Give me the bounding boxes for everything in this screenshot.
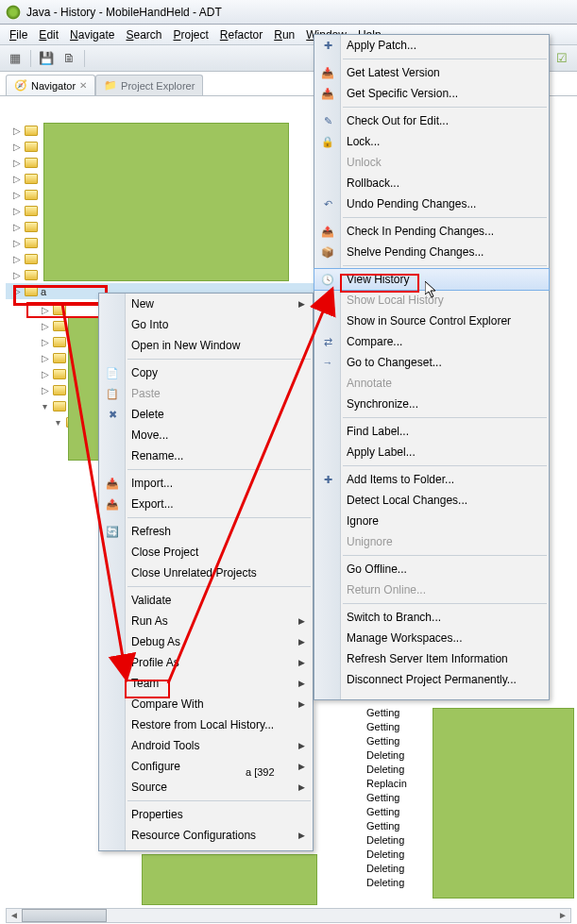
menu-item-ignore[interactable]: Ignore (314, 511, 549, 531)
menu-item-go-offline[interactable]: Go Offline... (314, 559, 549, 580)
menu-search[interactable]: Search (120, 26, 167, 43)
context-menu-project: New▶Go IntoOpen in New WindowCopy📄Paste📋… (98, 293, 314, 851)
menu-item-unignore: Unignore (314, 531, 549, 552)
console-line: Deleting (366, 833, 574, 848)
menu-item-apply-patch[interactable]: Apply Patch...✚ (314, 35, 549, 56)
console-output: GettingGettingGettingDeletingDeletingRep… (366, 706, 574, 890)
menu-item-show-in-source-control-explorer[interactable]: Show in Source Control Explorer (314, 311, 549, 331)
menu-item-synchronize[interactable]: Synchronize... (314, 394, 549, 414)
menu-item-move[interactable]: Move... (99, 425, 313, 445)
menu-item-source[interactable]: Source▶ (99, 777, 313, 798)
menu-item-android-tools[interactable]: Android Tools▶ (99, 735, 313, 756)
menu-item-new[interactable]: New▶ (99, 294, 313, 314)
menu-run[interactable]: Run (268, 26, 300, 43)
menu-item-icon: 📄 (105, 365, 120, 380)
menu-item-copy[interactable]: Copy📄 (99, 362, 313, 383)
menu-item-unlock: Unlock (314, 152, 549, 173)
menu-item-profile-as[interactable]: Profile As▶ (99, 652, 313, 673)
close-icon[interactable]: ✕ (79, 80, 87, 91)
menu-item-run-as[interactable]: Run As▶ (99, 611, 313, 631)
annotation-box-tree2 (26, 302, 110, 318)
menu-item-icon: → (320, 355, 335, 370)
menu-navigate[interactable]: Navigate (64, 26, 120, 43)
save-all-btn[interactable]: 🗎 (59, 49, 78, 68)
console-line: Getting (366, 819, 574, 833)
menu-item-check-in-pending-changes[interactable]: Check In Pending Changes...📤 (314, 221, 549, 242)
console-line: Getting (366, 706, 574, 720)
menu-item-import[interactable]: Import...📥 (99, 473, 313, 494)
menu-item-compare[interactable]: Compare...⇄ (314, 331, 549, 352)
menu-item-debug-as[interactable]: Debug As▶ (99, 631, 313, 652)
menu-item-delete[interactable]: Delete✖ (99, 404, 313, 425)
folder-icon: 📁 (104, 79, 117, 92)
console-line: Getting (366, 805, 574, 819)
menu-item-disconnect-project-permanently[interactable]: Disconnect Project Permanently... (314, 669, 549, 690)
menu-item-get-specific-version[interactable]: Get Specific Version...📥 (314, 83, 549, 104)
chevron-right-icon: ▶ (298, 679, 305, 688)
menu-item-resource-configurations[interactable]: Resource Configurations▶ (99, 825, 313, 846)
menu-item-add-items-to-folder[interactable]: Add Items to Folder...✚ (314, 469, 549, 490)
cursor-pointer-icon (425, 281, 438, 298)
menu-item-icon: ✖ (105, 407, 120, 422)
menu-refactor[interactable]: Refactor (214, 26, 268, 43)
console-line: Deleting (366, 748, 574, 763)
chevron-right-icon: ▶ (298, 762, 305, 771)
tab-navigator[interactable]: 🧭 Navigator ✕ (6, 75, 95, 95)
menu-item-go-into[interactable]: Go Into (99, 314, 313, 335)
menu-item-manage-workspaces[interactable]: Manage Workspaces... (314, 628, 549, 648)
menu-item-go-to-changeset[interactable]: Go to Changeset...→ (314, 352, 549, 373)
chevron-right-icon: ▶ (298, 658, 305, 667)
menu-item-refresh[interactable]: Refresh🔄 (99, 521, 313, 542)
menu-item-paste: Paste📋 (99, 383, 313, 404)
menu-item-icon: ✚ (320, 472, 335, 487)
menu-item-switch-to-branch[interactable]: Switch to Branch... (314, 607, 549, 628)
menu-item-close-project[interactable]: Close Project (99, 542, 313, 563)
menu-item-restore-from-local-history[interactable]: Restore from Local History... (99, 714, 313, 735)
menu-item-icon: 📥 (320, 86, 335, 101)
scrollbar-thumb[interactable] (22, 909, 107, 922)
menu-edit[interactable]: Edit (33, 26, 64, 43)
menu-item-check-out-for-edit[interactable]: Check Out for Edit...✎ (314, 110, 549, 131)
menu-item-detect-local-changes[interactable]: Detect Local Changes... (314, 490, 549, 511)
menu-item-rollback[interactable]: Rollback... (314, 173, 549, 193)
console-line: Getting (366, 720, 574, 734)
chevron-right-icon: ▶ (298, 616, 305, 626)
menu-item-lock[interactable]: Lock...🔒 (314, 131, 549, 152)
menu-item-export[interactable]: Export...📤 (99, 494, 313, 514)
menu-item-shelve-pending-changes[interactable]: Shelve Pending Changes...📦 (314, 242, 549, 262)
new-btn[interactable]: ▦ (6, 49, 25, 68)
horizontal-scrollbar[interactable]: ◄ ► (6, 908, 571, 923)
menu-item-rename[interactable]: Rename... (99, 445, 313, 466)
annotation-box-team (125, 680, 170, 698)
menu-item-icon: 📋 (105, 386, 120, 401)
menu-project[interactable]: Project (167, 26, 213, 43)
console-line: Getting (366, 734, 574, 748)
navigator-icon: 🧭 (14, 79, 27, 92)
save-btn[interactable]: 💾 (37, 49, 56, 68)
menu-item-apply-label[interactable]: Apply Label... (314, 442, 549, 462)
menu-item-configure[interactable]: Configure▶ (99, 756, 313, 777)
menu-item-find-label[interactable]: Find Label... (314, 421, 549, 442)
menu-item-open-in-new-window[interactable]: Open in New Window (99, 335, 313, 356)
menu-item-annotate: Annotate (314, 373, 549, 394)
console-line: Deleting (366, 876, 574, 890)
menu-item-icon: 📤 (105, 496, 120, 512)
console-line: Getting (366, 791, 574, 805)
tab-project-explorer[interactable]: 📁 Project Explorer (95, 75, 203, 95)
checkbox-btn[interactable]: ☑ (552, 49, 571, 68)
menu-item-icon: ↶ (320, 196, 335, 211)
menu-item-icon: 🔒 (320, 134, 335, 149)
menu-item-validate[interactable]: Validate (99, 590, 313, 611)
chevron-right-icon: ▶ (298, 741, 305, 750)
menu-item-refresh-server-item-information[interactable]: Refresh Server Item Information (314, 648, 549, 669)
menu-item-get-latest-version[interactable]: Get Latest Version📥 (314, 62, 549, 83)
menu-file[interactable]: File (4, 26, 33, 43)
menu-item-return-online: Return Online... (314, 580, 549, 600)
menu-item-close-unrelated-projects[interactable]: Close Unrelated Projects (99, 563, 313, 583)
chevron-right-icon: ▶ (298, 299, 305, 309)
console-line: Replacin (366, 777, 574, 791)
chevron-right-icon: ▶ (298, 782, 305, 792)
menu-item-properties[interactable]: Properties (99, 804, 313, 825)
menu-item-undo-pending-changes[interactable]: Undo Pending Changes...↶ (314, 193, 549, 214)
redaction-block (142, 854, 317, 905)
